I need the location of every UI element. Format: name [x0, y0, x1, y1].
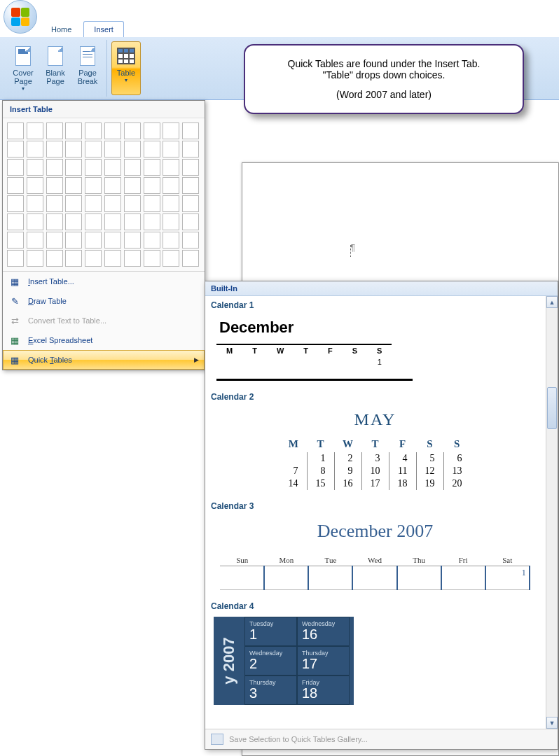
- grid-cell[interactable]: [46, 214, 63, 230]
- grid-cell[interactable]: [144, 232, 160, 248]
- grid-cell[interactable]: [163, 195, 179, 212]
- grid-cell[interactable]: [104, 250, 121, 267]
- grid-cell[interactable]: [104, 177, 121, 194]
- grid-cell[interactable]: [182, 195, 199, 212]
- grid-cell[interactable]: [104, 214, 121, 230]
- scroll-down-icon[interactable]: ▼: [546, 717, 558, 729]
- grid-cell[interactable]: [144, 159, 160, 176]
- grid-cell[interactable]: [27, 177, 43, 194]
- grid-cell[interactable]: [85, 159, 102, 176]
- menu-insert-table[interactable]: ▦ Insert Table...: [3, 272, 205, 291]
- grid-cell[interactable]: [163, 250, 179, 267]
- grid-cell[interactable]: [46, 122, 63, 139]
- grid-cell[interactable]: [144, 177, 160, 194]
- grid-cell[interactable]: [7, 232, 24, 248]
- grid-cell[interactable]: [46, 195, 63, 212]
- grid-cell[interactable]: [27, 159, 43, 176]
- grid-cell[interactable]: [85, 122, 102, 139]
- grid-cell[interactable]: [27, 141, 43, 158]
- grid-cell[interactable]: [182, 141, 199, 158]
- grid-cell[interactable]: [104, 232, 121, 248]
- grid-cell[interactable]: [163, 159, 179, 176]
- grid-cell[interactable]: [65, 195, 82, 212]
- gallery-item-calendar3[interactable]: December 2007 SunMonTueWedThuFriSat 1: [205, 512, 545, 597]
- gallery-item-calendar1[interactable]: December MTWTFSS 1: [205, 312, 545, 388]
- scrollbar[interactable]: ▲ ▼: [546, 296, 558, 729]
- grid-cell[interactable]: [7, 159, 24, 176]
- grid-cell[interactable]: [144, 122, 160, 139]
- grid-cell[interactable]: [182, 250, 199, 267]
- grid-cell[interactable]: [27, 195, 43, 212]
- grid-cell[interactable]: [27, 122, 43, 139]
- grid-cell[interactable]: [104, 195, 121, 212]
- grid-cell[interactable]: [65, 177, 82, 194]
- gallery-item-calendar4[interactable]: y 2007 Tuesday1Wednesday16Wednesday2Thur…: [205, 612, 545, 712]
- grid-cell[interactable]: [46, 232, 63, 248]
- grid-cell[interactable]: [85, 250, 102, 267]
- grid-cell[interactable]: [85, 141, 102, 158]
- grid-cell[interactable]: [46, 177, 63, 194]
- grid-cell[interactable]: [65, 214, 82, 230]
- grid-cell[interactable]: [124, 214, 141, 230]
- grid-cell[interactable]: [163, 122, 179, 139]
- menu-excel-spreadsheet[interactable]: ▦ Excel Spreadsheet: [3, 330, 205, 350]
- grid-cell[interactable]: [85, 195, 102, 212]
- grid-cell[interactable]: [182, 214, 199, 230]
- grid-cell[interactable]: [163, 232, 179, 248]
- grid-cell[interactable]: [27, 214, 43, 230]
- grid-cell[interactable]: [144, 214, 160, 230]
- grid-cell[interactable]: [163, 141, 179, 158]
- menu-quick-tables[interactable]: ▦ Quick Tables ▶: [3, 350, 205, 370]
- grid-cell[interactable]: [27, 232, 43, 248]
- grid-cell[interactable]: [144, 141, 160, 158]
- scroll-thumb[interactable]: [547, 387, 557, 429]
- grid-cell[interactable]: [85, 214, 102, 230]
- grid-cell[interactable]: [7, 214, 24, 230]
- grid-cell[interactable]: [163, 214, 179, 230]
- grid-cell[interactable]: [124, 122, 141, 139]
- grid-cell[interactable]: [182, 159, 199, 176]
- grid-cell[interactable]: [7, 195, 24, 212]
- grid-cell[interactable]: [104, 159, 121, 176]
- gallery-item-calendar2[interactable]: MAY MTWTFSS 1234567891011121314151617181…: [205, 403, 545, 497]
- grid-cell[interactable]: [144, 195, 160, 212]
- tab-home[interactable]: Home: [41, 21, 82, 37]
- grid-cell[interactable]: [124, 141, 141, 158]
- grid-cell[interactable]: [46, 159, 63, 176]
- grid-cell[interactable]: [182, 232, 199, 248]
- grid-cell[interactable]: [46, 141, 63, 158]
- table-size-grid[interactable]: [3, 118, 205, 271]
- grid-cell[interactable]: [124, 250, 141, 267]
- grid-cell[interactable]: [27, 250, 43, 267]
- grid-cell[interactable]: [7, 250, 24, 267]
- grid-cell[interactable]: [65, 232, 82, 248]
- grid-cell[interactable]: [124, 177, 141, 194]
- grid-cell[interactable]: [182, 177, 199, 194]
- page-break-button[interactable]: Page Break: [73, 41, 102, 95]
- menu-draw-table[interactable]: ✎ Draw Table: [3, 291, 205, 311]
- grid-cell[interactable]: [104, 141, 121, 158]
- grid-cell[interactable]: [124, 195, 141, 212]
- grid-cell[interactable]: [65, 141, 82, 158]
- grid-cell[interactable]: [7, 122, 24, 139]
- grid-cell[interactable]: [85, 232, 102, 248]
- grid-cell[interactable]: [65, 122, 82, 139]
- tab-insert[interactable]: Insert: [83, 21, 124, 37]
- grid-cell[interactable]: [124, 159, 141, 176]
- grid-cell[interactable]: [104, 122, 121, 139]
- grid-cell[interactable]: [144, 250, 160, 267]
- grid-cell[interactable]: [7, 141, 24, 158]
- grid-cell[interactable]: [46, 250, 63, 267]
- table-button[interactable]: Table ▾: [111, 41, 141, 95]
- blank-page-button[interactable]: Blank Page: [41, 41, 70, 95]
- office-button[interactable]: [4, 0, 37, 34]
- grid-cell[interactable]: [7, 177, 24, 194]
- grid-cell[interactable]: [85, 177, 102, 194]
- grid-cell[interactable]: [163, 177, 179, 194]
- scroll-up-icon[interactable]: ▲: [546, 296, 558, 308]
- grid-cell[interactable]: [65, 159, 82, 176]
- grid-cell[interactable]: [65, 250, 82, 267]
- cover-page-button[interactable]: Cover Page ▾: [8, 41, 38, 95]
- grid-cell[interactable]: [124, 232, 141, 248]
- grid-cell[interactable]: [182, 122, 199, 139]
